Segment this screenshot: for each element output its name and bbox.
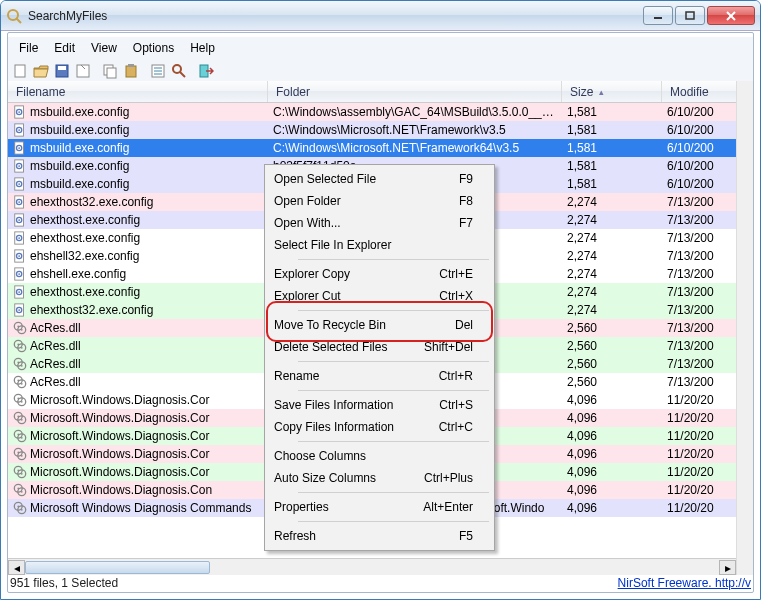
vertical-scrollbar[interactable] (736, 81, 753, 575)
svg-point-60 (21, 329, 23, 331)
close-button[interactable] (707, 6, 755, 25)
svg-point-96 (21, 491, 23, 493)
tb-paste-icon[interactable] (122, 62, 140, 80)
maximize-button[interactable] (675, 6, 705, 25)
svg-point-26 (18, 129, 20, 131)
cell-size: 1,581 (562, 141, 662, 155)
horizontal-scrollbar[interactable]: ◂ ▸ (8, 558, 736, 575)
cell-size: 4,096 (562, 393, 662, 407)
cell-size: 2,274 (562, 267, 662, 281)
menu-item[interactable]: Choose Columns (244, 445, 491, 467)
svg-point-67 (17, 361, 19, 363)
cell-size: 1,581 (562, 123, 662, 137)
tb-open-icon[interactable] (32, 62, 50, 80)
table-row[interactable]: msbuild.exe.configC:\Windows\Microsoft.N… (8, 139, 753, 157)
svg-point-87 (17, 451, 19, 453)
scroll-left-arrow[interactable]: ◂ (8, 560, 25, 575)
menu-item[interactable]: Open With...F7 (244, 212, 491, 234)
svg-point-56 (18, 309, 20, 311)
svg-point-47 (18, 255, 20, 257)
menu-item[interactable]: Select File In Explorer (244, 234, 491, 256)
cell-size: 1,581 (562, 177, 662, 191)
svg-point-35 (18, 183, 20, 185)
scroll-right-arrow[interactable]: ▸ (719, 560, 736, 575)
cell-filename: msbuild.exe.config (8, 141, 268, 155)
cell-filename: Microsoft.Windows.Diagnosis.Cor (8, 411, 268, 425)
status-link[interactable]: NirSoft Freeware. http://v (618, 576, 751, 592)
menu-separator (298, 259, 489, 260)
cell-filename: Microsoft.Windows.Diagnosis.Cor (8, 447, 268, 461)
cell-filename: Microsoft.Windows.Diagnosis.Cor (8, 429, 268, 443)
table-row[interactable]: msbuild.exe.configC:\Windows\assembly\GA… (8, 103, 753, 121)
scroll-thumb[interactable] (25, 561, 210, 574)
cell-filename: ehexthost32.exe.config (8, 195, 268, 209)
tb-save-icon[interactable] (53, 62, 71, 80)
cell-filename: Microsoft Windows Diagnosis Commands (8, 501, 268, 515)
tb-copy-icon[interactable] (101, 62, 119, 80)
table-row[interactable]: msbuild.exe.configC:\Windows\Microsoft.N… (8, 121, 753, 139)
column-folder[interactable]: Folder (268, 81, 562, 102)
cell-filename: AcRes.dll (8, 339, 268, 353)
tb-properties-icon[interactable] (149, 62, 167, 80)
menu-item[interactable]: Move To Recycle BinDel (244, 314, 491, 336)
tb-exit-icon[interactable] (197, 62, 215, 80)
menu-edit[interactable]: Edit (46, 39, 83, 57)
menu-item[interactable]: Open Selected FileF9 (244, 168, 491, 190)
svg-line-19 (180, 72, 185, 77)
column-filename[interactable]: Filename (8, 81, 268, 102)
menu-separator (298, 492, 489, 493)
cell-size: 4,096 (562, 429, 662, 443)
cell-size: 2,274 (562, 213, 662, 227)
column-size[interactable]: Size▴ (562, 81, 662, 102)
menu-item[interactable]: Explorer CutCtrl+X (244, 285, 491, 307)
svg-point-83 (17, 433, 19, 435)
context-menu[interactable]: Open Selected FileF9Open FolderF8Open Wi… (264, 164, 495, 551)
menu-item[interactable]: Explorer CopyCtrl+E (244, 263, 491, 285)
cell-size: 2,274 (562, 303, 662, 317)
menu-view[interactable]: View (83, 39, 125, 57)
menu-item[interactable]: Save Files InformationCtrl+S (244, 394, 491, 416)
menu-item[interactable]: RefreshF5 (244, 525, 491, 547)
cell-filename: ehshell.exe.config (8, 267, 268, 281)
svg-point-100 (21, 509, 23, 511)
menu-item[interactable]: Auto Size ColumnsCtrl+Plus (244, 467, 491, 489)
menu-file[interactable]: File (11, 39, 46, 57)
svg-point-38 (18, 201, 20, 203)
cell-filename: msbuild.exe.config (8, 159, 268, 173)
cell-filename: Microsoft.Windows.Diagnosis.Cor (8, 393, 268, 407)
tb-find-icon[interactable] (170, 62, 188, 80)
menu-item[interactable]: Open FolderF8 (244, 190, 491, 212)
tb-save-as-icon[interactable] (74, 62, 92, 80)
menu-bar: File Edit View Options Help (7, 36, 754, 59)
svg-rect-3 (686, 12, 694, 19)
svg-rect-12 (126, 66, 136, 77)
cell-filename: AcRes.dll (8, 321, 268, 335)
minimize-button[interactable] (643, 6, 673, 25)
menu-item[interactable]: RenameCtrl+R (244, 365, 491, 387)
tb-new-icon[interactable] (11, 62, 29, 80)
title-bar[interactable]: SearchMyFiles (1, 1, 760, 31)
menu-options[interactable]: Options (125, 39, 182, 57)
cell-size: 2,274 (562, 231, 662, 245)
menu-separator (298, 441, 489, 442)
cell-size: 4,096 (562, 483, 662, 497)
menu-separator (298, 361, 489, 362)
cell-size: 2,274 (562, 249, 662, 263)
menu-item[interactable]: Delete Selected FilesShift+Del (244, 336, 491, 358)
cell-filename: ehexthost.exe.config (8, 213, 268, 227)
cell-filename: Microsoft.Windows.Diagnosis.Cor (8, 465, 268, 479)
cell-folder: C:\Windows\Microsoft.NET\Framework64\v3.… (268, 141, 562, 155)
menu-item[interactable]: PropertiesAlt+Enter (244, 496, 491, 518)
cell-size: 2,274 (562, 195, 662, 209)
svg-rect-6 (15, 65, 25, 77)
svg-point-53 (18, 291, 20, 293)
menu-item[interactable]: Copy Files InformationCtrl+C (244, 416, 491, 438)
menu-separator (298, 310, 489, 311)
svg-point-32 (18, 165, 20, 167)
cell-folder: C:\Windows\Microsoft.NET\Framework\v3.5 (268, 123, 562, 137)
menu-help[interactable]: Help (182, 39, 223, 57)
app-window: SearchMyFiles File Edit View Options Hel… (0, 0, 761, 600)
cell-filename: AcRes.dll (8, 357, 268, 371)
svg-point-91 (17, 469, 19, 471)
cell-size: 2,560 (562, 339, 662, 353)
